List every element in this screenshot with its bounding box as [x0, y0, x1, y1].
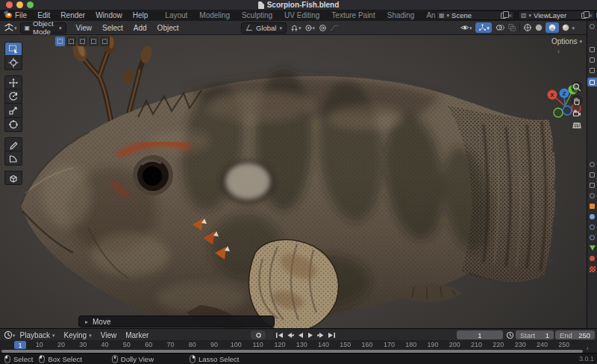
properties-tab-tool[interactable]	[589, 23, 596, 30]
timeline-ruler[interactable]: 1020304050607080901001101201301401501601…	[0, 340, 597, 353]
viewport-menu-item[interactable]: Select	[97, 24, 128, 32]
properties-tab-output[interactable]	[589, 57, 596, 63]
tool-scale[interactable]	[4, 104, 22, 118]
select-mode-extend[interactable]	[66, 37, 76, 46]
tool-rotate[interactable]	[4, 90, 22, 104]
current-frame-field[interactable]: 1	[457, 330, 503, 339]
menu-item[interactable]: Edit	[32, 11, 55, 19]
sidebar-toggle-icon[interactable]: ‹	[557, 48, 560, 55]
menu-item[interactable]: Help	[128, 11, 154, 19]
workspace-tab[interactable]: Layout	[159, 10, 193, 20]
tool-measure[interactable]	[4, 151, 22, 166]
shading-material-preview-icon[interactable]	[546, 22, 559, 33]
use-preview-range-clock-icon[interactable]	[506, 331, 514, 339]
tool-annotate[interactable]	[4, 137, 22, 151]
timeline-editor-type-icon[interactable]: ▾	[4, 330, 16, 339]
properties-tab-object-data[interactable]	[589, 245, 596, 251]
workspace-tab[interactable]: Modeling	[193, 10, 236, 20]
properties-tab-material[interactable]	[589, 255, 596, 262]
frame-start-field[interactable]: Start1	[516, 330, 554, 339]
jump-next-keyframe-button[interactable]	[316, 330, 326, 339]
tool-select-box[interactable]	[4, 42, 22, 56]
timeline-scrollbar[interactable]	[1, 350, 583, 353]
workspace-tab[interactable]: Sculpting	[236, 10, 278, 20]
workspace-tab[interactable]: UV Editing	[278, 10, 325, 20]
scene-selector[interactable]: ▦▾ Scene ×	[436, 10, 515, 20]
select-mode-set[interactable]	[55, 37, 65, 46]
properties-tab-scene[interactable]	[587, 78, 597, 87]
zoom-view-icon[interactable]	[571, 81, 583, 93]
properties-tab-view-layer[interactable]	[589, 67, 596, 74]
orientation-selector[interactable]: Global ▾	[241, 22, 287, 34]
ruler-frame-label: 120	[269, 341, 290, 348]
menu-item[interactable]: Window	[90, 11, 128, 19]
show-gizmo-toggle[interactable]: ▾	[475, 22, 492, 33]
mode-selector[interactable]: ▣ Object Mode ▾	[20, 22, 66, 34]
menu-item[interactable]: File	[10, 11, 32, 19]
tool-cursor[interactable]	[4, 56, 22, 70]
shading-wireframe-icon[interactable]	[523, 23, 532, 32]
shading-dropdown-icon[interactable]: ▾	[572, 25, 575, 31]
frame-end-field[interactable]: End250	[555, 330, 595, 339]
select-mode-intersect[interactable]	[100, 37, 110, 46]
tool-transform[interactable]	[4, 118, 22, 132]
mode-label: Object Mode	[33, 19, 56, 36]
select-mode-invert[interactable]	[89, 37, 99, 46]
properties-tab-world[interactable]	[589, 161, 596, 168]
viewport-3d[interactable]: Options▾ ‹	[0, 35, 587, 328]
menu-item[interactable]: Render	[55, 11, 90, 19]
status-hint-dolly-view: Dolly View	[112, 355, 154, 363]
jump-to-end-button[interactable]	[327, 330, 337, 339]
auto-keying-record-button[interactable]	[251, 330, 266, 339]
shading-rendered-icon[interactable]	[561, 23, 570, 32]
ruler-frame-label: 100	[225, 341, 247, 348]
properties-tab-speaker[interactable]	[589, 192, 596, 199]
blender-window: Scorpion-Fish.blend FileEditRenderWindow…	[0, 0, 597, 364]
camera-view-icon[interactable]	[571, 107, 583, 119]
perspective-toggle-icon[interactable]	[571, 119, 583, 131]
select-mode-subtract[interactable]	[78, 37, 87, 46]
scene-object-scorpion-fish[interactable]	[0, 35, 587, 328]
proportional-falloff-icon[interactable]	[330, 24, 339, 32]
jump-to-start-button[interactable]	[275, 330, 284, 339]
show-overlays-icon[interactable]	[496, 23, 504, 32]
snap-magnet-icon[interactable]: ▾	[290, 24, 301, 32]
workspace-tab[interactable]: Texture Paint	[325, 10, 381, 20]
properties-tab-object-props[interactable]	[589, 203, 596, 210]
editor-type-icon[interactable]: ▾	[4, 22, 17, 33]
current-frame-indicator[interactable]: 1	[14, 341, 26, 349]
properties-tab-modifiers[interactable]	[589, 213, 596, 220]
tool-move[interactable]	[4, 75, 22, 90]
snap-target-icon[interactable]: ▾	[304, 24, 316, 32]
xray-toggle-icon[interactable]	[507, 23, 516, 32]
region-collapse-icon[interactable]: ‹	[587, 345, 589, 352]
properties-tab-particles[interactable]	[589, 224, 596, 230]
pan-view-hand-icon[interactable]	[571, 95, 583, 107]
timeline-menu-playback[interactable]: Playback▾	[16, 331, 60, 339]
timeline-menu-keying[interactable]: Keying▾	[60, 331, 96, 339]
properties-tab-collection[interactable]	[589, 172, 596, 178]
new-scene-icon[interactable]	[501, 13, 506, 19]
proportional-editing-icon[interactable]	[319, 24, 327, 32]
show-object-types-icon[interactable]: ▾	[460, 23, 472, 32]
play-button[interactable]	[306, 330, 316, 339]
timeline-menu-view[interactable]: View	[96, 331, 122, 339]
operator-panel-move[interactable]: ▸ Move	[78, 316, 275, 327]
workspace-tab[interactable]: Shading	[381, 10, 421, 20]
viewport-menu-item[interactable]: View	[71, 24, 98, 32]
jump-prev-keyframe-button[interactable]	[285, 330, 295, 339]
properties-tab-texture[interactable]	[589, 266, 596, 272]
view-layer-selector[interactable]: ▧▾ ViewLayer ×	[518, 10, 596, 20]
shading-solid-icon[interactable]	[534, 23, 543, 32]
properties-tab-physics[interactable]	[589, 234, 596, 241]
timeline-menu-marker[interactable]: Marker	[121, 331, 153, 339]
properties-tab-object[interactable]	[589, 182, 596, 189]
properties-tab-render[interactable]	[589, 46, 596, 53]
tool-add-cube[interactable]	[4, 171, 22, 185]
keying-set-button[interactable]	[267, 330, 274, 339]
viewport-menu-item[interactable]: Add	[128, 24, 152, 32]
play-reverse-button[interactable]	[296, 330, 305, 339]
viewport-menu-item[interactable]: Object	[152, 24, 184, 32]
options-dropdown[interactable]: Options▾	[551, 37, 582, 46]
new-view-layer-icon[interactable]	[581, 13, 587, 19]
